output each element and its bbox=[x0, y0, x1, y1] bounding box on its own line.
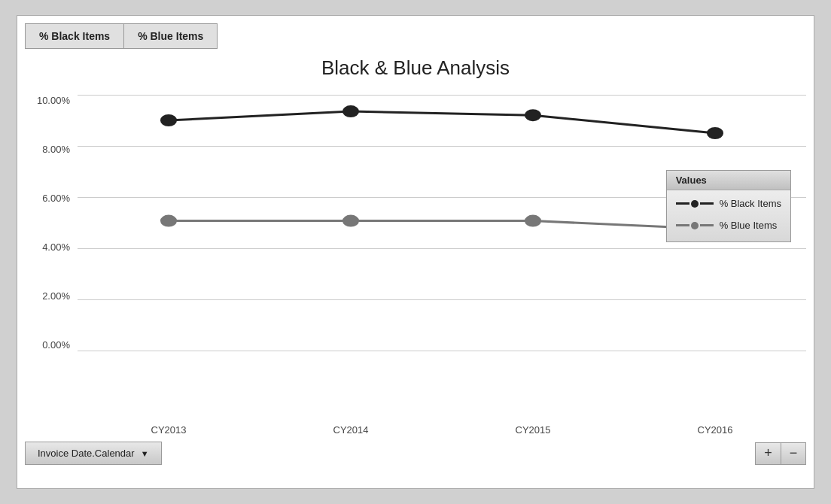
tab-blue-items[interactable]: % Blue Items bbox=[123, 23, 218, 49]
svg-point-5 bbox=[525, 110, 540, 120]
legend-icon-black bbox=[676, 200, 714, 208]
zoom-buttons: + − bbox=[755, 442, 806, 465]
svg-line-1 bbox=[351, 111, 533, 115]
y-label-0: 0.00% bbox=[42, 339, 70, 351]
x-axis-labels: CY2013 CY2014 CY2015 CY2016 bbox=[78, 424, 806, 436]
x-label-2016: CY2016 bbox=[624, 424, 806, 436]
filter-label: Invoice Date.Calendar bbox=[38, 448, 135, 459]
chart-container: % Black Items % Blue Items Black & Blue … bbox=[17, 15, 814, 489]
y-label-6: 6.00% bbox=[42, 193, 70, 204]
bottom-bar: Invoice Date.Calendar ▼ + − bbox=[25, 442, 806, 465]
x-label-2013: CY2013 bbox=[78, 424, 260, 436]
x-label-2015: CY2015 bbox=[442, 424, 624, 436]
legend-icon-blue bbox=[676, 222, 714, 229]
tabs-row: % Black Items % Blue Items bbox=[25, 23, 806, 49]
legend-label-blue: % Blue Items bbox=[720, 220, 778, 231]
tab-black-items[interactable]: % Black Items bbox=[25, 23, 123, 49]
grid-line-5 bbox=[78, 351, 806, 351]
legend-item-black: % Black Items bbox=[676, 198, 781, 209]
y-label-10: 10.00% bbox=[37, 95, 70, 106]
x-label-2014: CY2014 bbox=[260, 424, 442, 436]
svg-point-6 bbox=[708, 128, 722, 138]
filter-arrow-icon: ▼ bbox=[141, 449, 149, 458]
svg-point-11 bbox=[343, 216, 358, 226]
y-label-2: 2.00% bbox=[42, 290, 70, 302]
plot-area: Values % Black Items bbox=[78, 95, 806, 351]
chart-title: Black & Blue Analysis bbox=[25, 56, 806, 80]
legend-item-blue: % Blue Items bbox=[676, 220, 781, 231]
legend-items: % Black Items % Blue Items bbox=[667, 190, 790, 241]
legend-title: Values bbox=[667, 171, 790, 190]
y-label-4: 4.00% bbox=[42, 241, 70, 253]
svg-point-4 bbox=[343, 106, 358, 117]
y-axis: 10.00% 8.00% 6.00% 4.00% 2.00% 0.00% bbox=[25, 95, 78, 351]
y-label-8: 8.00% bbox=[42, 144, 70, 155]
svg-line-2 bbox=[533, 115, 715, 133]
chart-body: 10.00% 8.00% 6.00% 4.00% 2.00% 0.00% bbox=[25, 87, 806, 418]
zoom-out-button[interactable]: − bbox=[781, 442, 806, 465]
legend-label-black: % Black Items bbox=[720, 198, 781, 209]
legend-box: Values % Black Items bbox=[666, 170, 791, 242]
svg-point-12 bbox=[525, 216, 540, 226]
svg-point-3 bbox=[161, 115, 175, 126]
svg-line-0 bbox=[169, 111, 351, 120]
zoom-in-button[interactable]: + bbox=[755, 442, 781, 465]
svg-point-10 bbox=[161, 216, 175, 226]
filter-button[interactable]: Invoice Date.Calendar ▼ bbox=[25, 442, 162, 465]
